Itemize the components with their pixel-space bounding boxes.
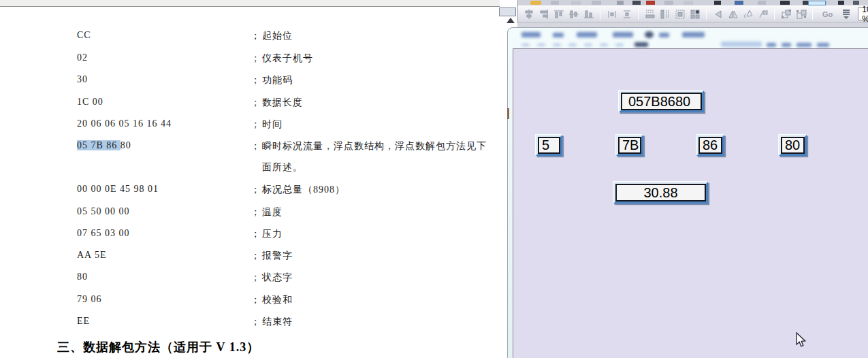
separator: ；	[251, 74, 260, 86]
row-label: 压力	[262, 228, 283, 240]
byte-3-value: 86	[698, 137, 722, 154]
hex-bytes: 02	[77, 52, 88, 63]
row-label: 时间	[262, 118, 283, 131]
align-right-icon[interactable]	[538, 8, 549, 20]
blurred-toolbar-item[interactable]	[600, 44, 608, 46]
grid-snap-icon[interactable]	[689, 8, 701, 20]
byte-display-4[interactable]: 80	[779, 135, 807, 156]
blurred-menu-item[interactable]	[659, 33, 669, 37]
toolbar-fragment	[632, 1, 641, 5]
blurred-toolbar-item[interactable]	[767, 43, 776, 47]
selected-hex: 05 7B 86	[77, 140, 120, 150]
window-edge-grip[interactable]	[507, 108, 509, 119]
flip-left-icon[interactable]	[712, 8, 724, 20]
align-middle-icon[interactable]	[568, 8, 579, 20]
toolbar-fragment	[714, 1, 721, 5]
blurred-menu-item[interactable]	[521, 32, 541, 37]
blurred-toolbar-item[interactable]	[634, 42, 648, 47]
pin-icon[interactable]	[757, 8, 769, 20]
row-label: 报警字	[262, 250, 293, 262]
row-label: 仪表子机号	[262, 52, 313, 65]
scrollbar-thumb[interactable]	[499, 7, 516, 16]
decoded-result-display[interactable]: 30.88	[613, 182, 708, 204]
row-label: 校验和	[262, 294, 293, 306]
designer-canvas[interactable]: 057B8680 5 7B 86 80 30.88	[513, 48, 868, 358]
blurred-toolbar-item[interactable]	[553, 44, 561, 46]
align-bottom-icon[interactable]	[583, 8, 594, 20]
designer-window: 057B8680 5 7B 86 80 30.88	[507, 27, 868, 358]
byte-display-2[interactable]: 7B	[616, 135, 643, 156]
blurred-menu-item[interactable]	[577, 32, 597, 37]
blurred-menu-item[interactable]	[613, 32, 633, 37]
separator: ；	[251, 118, 260, 131]
same-size-icon[interactable]	[674, 8, 686, 20]
byte-display-3[interactable]: 86	[696, 135, 724, 156]
separator: ；	[251, 250, 260, 262]
toolbar-separator	[600, 9, 600, 20]
separator: ；	[251, 206, 260, 218]
same-width-icon[interactable]	[644, 8, 656, 20]
scroll-up-arrow-icon[interactable]	[507, 18, 515, 23]
blurred-toolbar-item[interactable]	[721, 42, 762, 47]
clipped-toolbar-row	[517, 0, 868, 5]
blurred-toolbar-item[interactable]	[797, 43, 811, 47]
protocol-row-continuation: 面所述。	[0, 161, 517, 175]
toolbar-separator	[638, 9, 639, 20]
align-top-icon[interactable]	[553, 8, 564, 20]
rotate-icon[interactable]	[742, 8, 754, 20]
selected-tool[interactable]	[808, 1, 826, 5]
toolbar-fragment	[684, 1, 693, 5]
hex-full-display[interactable]: 057B8680	[619, 91, 704, 112]
scroll-order-icon[interactable]	[840, 8, 852, 20]
blurred-toolbar-item[interactable]	[521, 44, 530, 46]
row-label: 面所述。	[262, 161, 303, 174]
protocol-row: 02 ； 仪表子机号	[0, 52, 517, 66]
go-button[interactable]: Go	[818, 10, 837, 18]
hex-rest: 80	[120, 140, 131, 150]
toolbar-fragment	[853, 1, 859, 5]
blurred-toolbar-item[interactable]	[537, 44, 545, 46]
row-label: 状态字	[262, 272, 293, 284]
protocol-row: AA 5E ； 报警字	[0, 250, 517, 263]
hex-bytes: 80	[77, 272, 88, 282]
blurred-menu-item[interactable]	[553, 33, 564, 37]
toolbar-fragment	[646, 1, 655, 5]
toolbar-fragment	[838, 1, 844, 5]
space-vertical-icon[interactable]	[621, 8, 632, 20]
blurred-toolbar-item[interactable]	[782, 43, 791, 47]
flip-horizontal-icon[interactable]	[727, 8, 739, 20]
hex-bytes: AA 5E	[77, 250, 107, 261]
blurred-toolbar-item[interactable]	[817, 43, 829, 47]
separator: ；	[251, 97, 260, 109]
blurred-menu-bar	[513, 29, 868, 48]
blurred-toolbar-item[interactable]	[584, 44, 592, 46]
same-height-icon[interactable]	[659, 8, 671, 20]
hex-bytes: 79 06	[77, 294, 102, 305]
blurred-toolbar-item[interactable]	[615, 44, 624, 46]
blurred-menu-item[interactable]	[645, 31, 654, 38]
space-horizontal-icon[interactable]	[606, 8, 617, 20]
byte-2-value: 7B	[618, 137, 641, 154]
screen: CC ； 起始位 02 ； 仪表子机号 30 ； 功能码 1C 00 ； 数据长…	[0, 0, 868, 358]
toolbar-fragment	[664, 1, 673, 5]
byte-1-value: 5	[538, 137, 560, 154]
section-heading: 三、数据解包方法（适用于 V 1.3）	[57, 339, 259, 355]
protocol-row: 80 ； 状态字	[0, 272, 517, 285]
separator: ；	[251, 272, 260, 284]
ungroup-icon[interactable]	[795, 8, 807, 20]
row-label: 标况总量（8908）	[262, 184, 345, 196]
protocol-row: CC ； 起始位	[0, 30, 517, 44]
protocol-row: EE ； 结束符	[0, 316, 517, 329]
toolbar-fragment	[551, 1, 559, 5]
hex-full-value: 057B8680	[621, 93, 702, 110]
byte-display-1[interactable]: 5	[536, 135, 562, 156]
toolbar-separator	[774, 9, 775, 20]
toolbar-fragment	[735, 1, 743, 5]
align-center-icon[interactable]	[523, 8, 534, 20]
zoom-level-field[interactable]: 100 %	[858, 7, 868, 20]
blurred-toolbar-item[interactable]	[568, 44, 577, 46]
group-icon[interactable]	[780, 8, 792, 20]
blurred-menu-item[interactable]	[682, 32, 705, 37]
protocol-row: 05 50 00 00 ； 温度	[0, 206, 517, 220]
toolbar-fragment	[571, 1, 581, 5]
